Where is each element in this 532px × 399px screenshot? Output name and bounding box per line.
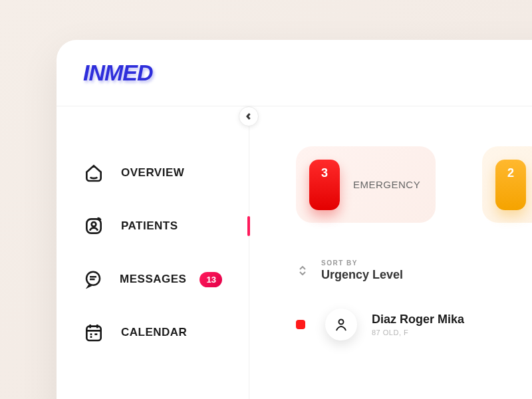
- urgency-indicator: [296, 320, 305, 329]
- sidebar-item-label: OVERVIEW: [121, 166, 184, 180]
- body: OVERVIEW PATIENTS MESSAGES 13 CALENDAR 3…: [57, 106, 532, 399]
- main-content: 3 EMERGENCY 2 SORT BY Urgency Level: [249, 106, 532, 399]
- sort-direction-icon: [296, 263, 309, 279]
- patient-name: Diaz Roger Mika: [372, 313, 464, 327]
- patient-row[interactable]: Diaz Roger Mika 87 OLD, F: [296, 309, 532, 340]
- sidebar-item-overview[interactable]: OVERVIEW: [57, 146, 249, 200]
- svg-point-1: [92, 222, 96, 227]
- status-card-warning[interactable]: 2: [482, 146, 532, 223]
- person-icon: [333, 317, 349, 332]
- status-count-pill: 2: [495, 160, 526, 210]
- svg-point-12: [339, 320, 344, 325]
- patient-info: Diaz Roger Mika 87 OLD, F: [372, 313, 464, 336]
- app-window: INMED OVERVIEW PATIENTS MESSAGES 13 C: [57, 40, 532, 399]
- svg-rect-5: [86, 327, 100, 340]
- sidebar-item-calendar[interactable]: CALENDAR: [57, 306, 249, 359]
- status-card-emergency[interactable]: 3 EMERGENCY: [296, 146, 436, 223]
- sidebar-item-label: CALENDAR: [121, 326, 187, 339]
- patients-icon: [83, 215, 104, 237]
- sidebar-item-label: MESSAGES: [120, 273, 186, 286]
- calendar-icon: [83, 322, 104, 343]
- patient-meta: 87 OLD, F: [372, 329, 464, 336]
- header: INMED: [57, 40, 532, 106]
- sidebar-item-label: PATIENTS: [121, 219, 178, 233]
- messages-icon: [83, 269, 103, 290]
- sidebar-item-patients[interactable]: PATIENTS: [57, 200, 249, 253]
- sort-text: SORT BY Urgency Level: [321, 259, 403, 282]
- sidebar: OVERVIEW PATIENTS MESSAGES 13 CALENDAR: [57, 106, 249, 399]
- status-cards: 3 EMERGENCY 2: [296, 146, 532, 223]
- status-card-label: EMERGENCY: [353, 179, 420, 190]
- patient-avatar: [325, 309, 357, 340]
- brand-logo: INMED: [83, 60, 153, 86]
- sort-control[interactable]: SORT BY Urgency Level: [296, 259, 532, 282]
- status-count-pill: 3: [309, 160, 340, 210]
- sort-caption: SORT BY: [321, 259, 403, 267]
- collapse-sidebar-button[interactable]: [239, 106, 259, 126]
- messages-badge: 13: [200, 272, 222, 287]
- sort-value: Urgency Level: [321, 268, 403, 282]
- sidebar-item-messages[interactable]: MESSAGES 13: [57, 253, 249, 306]
- home-icon: [83, 162, 104, 184]
- chevron-left-icon: [245, 113, 252, 120]
